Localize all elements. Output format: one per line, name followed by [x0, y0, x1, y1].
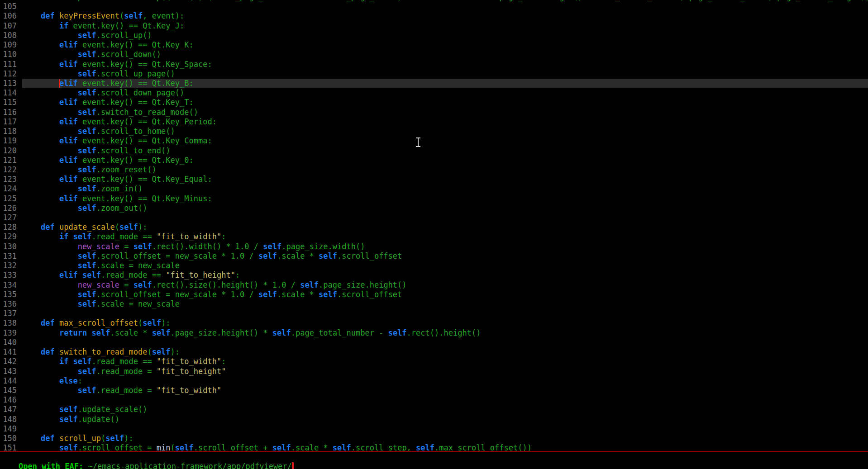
code-line-text[interactable]: self.scale = new_scale [22, 261, 868, 270]
code-editor-buffer[interactable]: 104 painter.drawPixmap(QRect(0, (start_p… [0, 0, 868, 451]
code-line-current: 113 elif event.key() == Qt.Key_B: [0, 79, 868, 88]
code-line-text[interactable] [22, 2, 868, 11]
code-line: 125 elif event.key() == Qt.Key_Minus: [0, 194, 868, 204]
code-line-text[interactable] [22, 395, 868, 405]
code-line-text[interactable]: elif event.key() == Qt.Key_Space: [22, 60, 868, 69]
code-line: 134 new_scale = self.rect().size().heigh… [0, 280, 868, 290]
line-number: 120 [0, 146, 17, 156]
code-line: 123 elif event.key() == Qt.Key_Equal: [0, 175, 868, 184]
code-line: 121 elif event.key() == Qt.Key_0: [0, 156, 868, 165]
code-line-text[interactable]: elif event.key() == Qt.Key_B: [22, 79, 868, 88]
code-line: 117 elif event.key() == Qt.Key_Period: [0, 117, 868, 127]
line-number: 147 [0, 405, 17, 414]
code-line: 114 self.scroll_down_page() [0, 88, 868, 98]
line-number: 114 [0, 88, 17, 98]
minibuffer-input[interactable]: ~/emacs-application-framework/app/pdfvie… [88, 462, 291, 469]
code-line: 107 if event.key() == Qt.Key_J: [0, 21, 868, 31]
line-number: 119 [0, 136, 17, 146]
line-number: 117 [0, 117, 17, 127]
code-line-text[interactable]: if event.key() == Qt.Key_J: [22, 21, 868, 31]
code-line-text[interactable] [22, 213, 868, 223]
code-line: 126 self.zoom_out() [0, 204, 868, 213]
line-number: 128 [0, 223, 17, 232]
code-line-text[interactable]: new_scale = self.rect().size().height() … [22, 280, 868, 290]
code-line: 120 self.scroll_to_end() [0, 146, 868, 156]
code-line-text[interactable]: self.scroll_offset = new_scale * 1.0 / s… [22, 290, 868, 299]
code-line-text[interactable]: self.scroll_to_home() [22, 127, 868, 136]
line-number: 148 [0, 415, 17, 424]
code-line-text[interactable]: self.zoom_reset() [22, 165, 868, 175]
line-number: 131 [0, 251, 17, 261]
code-line-text[interactable] [22, 309, 868, 318]
line-number: 110 [0, 50, 17, 59]
line-number: 122 [0, 165, 17, 175]
code-line: 150 def scroll_up(self): [0, 434, 868, 443]
code-line-text[interactable]: return self.scale * self.page_size.heigh… [22, 328, 868, 338]
code-line: 133 elif self.read_mode == "fit_to_heigh… [0, 270, 868, 280]
code-line-text[interactable]: self.scroll_up() [22, 31, 868, 40]
code-line-text[interactable]: self.update() [22, 415, 868, 424]
code-line-text[interactable]: def update_scale(self): [22, 223, 868, 232]
code-line: 130 new_scale = self.rect().width() * 1.… [0, 242, 868, 251]
line-number: 130 [0, 242, 17, 251]
mode-line-divider [0, 451, 868, 452]
code-line-text[interactable]: new_scale = self.rect().width() * 1.0 / … [22, 242, 868, 251]
line-number: 124 [0, 184, 17, 194]
code-line: 124 self.zoom_in() [0, 184, 868, 194]
code-line: 144 else: [0, 376, 868, 386]
code-line-text[interactable]: elif self.read_mode == "fit_to_height": [22, 270, 868, 280]
code-line-text[interactable]: if self.read_mode == "fit_to_width": [22, 232, 868, 242]
code-line-text[interactable]: self.read_mode = "fit_to_width" [22, 386, 868, 395]
line-number: 135 [0, 290, 17, 299]
line-number: 129 [0, 232, 17, 242]
code-line-text[interactable]: elif event.key() == Qt.Key_K: [22, 40, 868, 50]
code-line: 148 self.update() [0, 415, 868, 424]
code-line-text[interactable]: def switch_to_read_mode(self): [22, 347, 868, 357]
code-line-text[interactable]: elif event.key() == Qt.Key_Minus: [22, 194, 868, 204]
code-line-text[interactable]: elif event.key() == Qt.Key_T: [22, 98, 868, 107]
line-number: 127 [0, 213, 17, 223]
code-line-text[interactable]: self.switch_to_read_mode() [22, 108, 868, 117]
code-line-text[interactable]: if self.read_mode == "fit_to_width": [22, 357, 868, 366]
code-line-text[interactable]: self.scroll_offset = new_scale * 1.0 / s… [22, 251, 868, 261]
line-number: 137 [0, 309, 17, 318]
code-line-text[interactable]: self.zoom_out() [22, 204, 868, 213]
code-line-text[interactable] [22, 424, 868, 434]
code-line-text[interactable]: self.read_mode = "fit_to_height" [22, 367, 868, 376]
code-line-text[interactable]: self.scale = new_scale [22, 299, 868, 309]
code-line-text[interactable]: elif event.key() == Qt.Key_Equal: [22, 175, 868, 184]
code-line-text[interactable]: else: [22, 376, 868, 386]
line-number: 113 [0, 79, 17, 88]
code-line: 122 self.zoom_reset() [0, 165, 868, 175]
code-line-text[interactable]: elif event.key() == Qt.Key_Period: [22, 117, 868, 127]
code-line-text[interactable]: def max_scroll_offset(self): [22, 318, 868, 328]
code-line: 137 [0, 309, 868, 318]
code-line-text[interactable]: elif event.key() == Qt.Key_0: [22, 156, 868, 165]
code-line-text[interactable]: self.scroll_offset = min(self.scroll_off… [22, 443, 868, 451]
code-line-text[interactable]: self.update_scale() [22, 405, 868, 414]
code-line: 136 self.scale = new_scale [0, 299, 868, 309]
code-line: 131 self.scroll_offset = new_scale * 1.0… [0, 251, 868, 261]
code-line-text[interactable]: def keyPressEvent(self, event): [22, 11, 868, 21]
code-line: 118 self.scroll_to_home() [0, 127, 868, 136]
code-line: 129 if self.read_mode == "fit_to_width": [0, 232, 868, 242]
code-line: 151 self.scroll_offset = min(self.scroll… [0, 443, 868, 451]
minibuffer[interactable]: Open with EAF: ~/emacs-application-frame… [0, 453, 868, 462]
line-number: 146 [0, 395, 17, 405]
code-line-text[interactable]: self.scroll_down_page() [22, 88, 868, 98]
code-line-text[interactable]: self.scroll_to_end() [22, 146, 868, 156]
code-line-text[interactable]: elif event.key() == Qt.Key_Comma: [22, 136, 868, 146]
line-number: 150 [0, 434, 17, 443]
code-line-text[interactable]: self.zoom_in() [22, 184, 868, 194]
code-line: 115 elif event.key() == Qt.Key_T: [0, 98, 868, 107]
code-line-text[interactable]: def scroll_up(self): [22, 434, 868, 443]
code-line: 139 return self.scale * self.page_size.h… [0, 328, 868, 338]
code-line-text[interactable] [22, 338, 868, 347]
code-line-text[interactable]: self.scroll_down() [22, 50, 868, 59]
line-number: 107 [0, 21, 17, 31]
line-number: 116 [0, 108, 17, 117]
line-number: 141 [0, 347, 17, 357]
code-line-text[interactable]: self.scroll_up_page() [22, 69, 868, 79]
code-line: 145 self.read_mode = "fit_to_width" [0, 386, 868, 395]
code-line: 105 [0, 2, 868, 11]
